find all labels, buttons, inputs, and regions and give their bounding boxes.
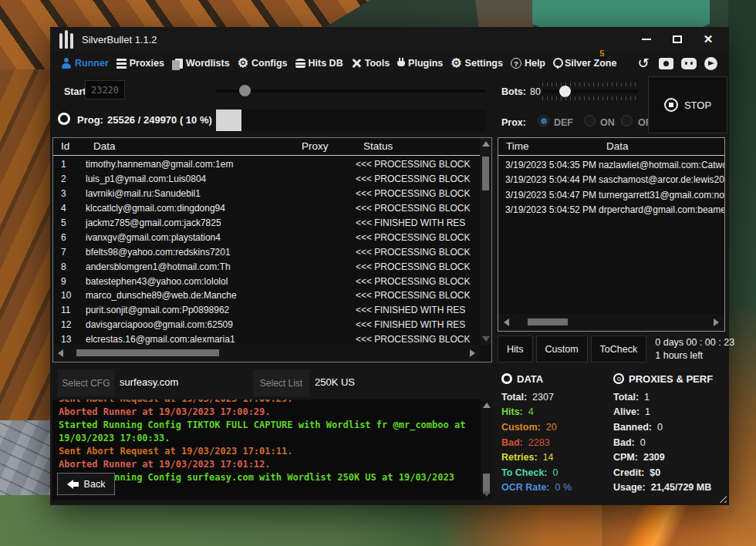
table-row[interactable]: 7bfelts98@yahoo.com:redskins7201<<< PROC… — [53, 244, 480, 259]
maximize-icon — [673, 35, 682, 43]
scrollbar-thumb[interactable] — [528, 318, 568, 325]
scroll-left-icon[interactable] — [58, 349, 63, 357]
cell-data: saschamost@arcor.de:lewis201 — [599, 174, 724, 185]
stat-bad: Bad:2283 — [501, 435, 611, 450]
cell-id: 9 — [53, 276, 86, 287]
start-slider[interactable] — [216, 89, 486, 93]
server-stack-icon — [116, 59, 127, 69]
start-input[interactable] — [85, 80, 125, 99]
vertical-scrollbar[interactable] — [480, 138, 491, 345]
nav-tab-tools[interactable]: Tools — [351, 58, 390, 69]
table-row[interactable]: 3/19/2023 5:04:52 PMdrperchard@gmail.com… — [498, 203, 724, 218]
scroll-left-icon[interactable] — [504, 318, 509, 326]
tab-hits[interactable]: Hits — [498, 335, 533, 362]
stop-label: STOP — [684, 99, 711, 111]
bots-label: Bots: — [501, 86, 526, 97]
ring-icon — [501, 373, 512, 384]
scroll-right-icon[interactable] — [714, 318, 719, 326]
stat-hits: Hits:4 — [501, 405, 611, 420]
log-lines: Sent Abort Request at 19/03/2023 17:00:2… — [59, 399, 475, 484]
slider-thumb[interactable] — [239, 85, 251, 96]
scrollbar-thumb[interactable] — [482, 157, 489, 190]
cell-status: <<< PROCESSING BLOCK — [356, 290, 480, 301]
cell-data: davisgarciapooo@gmail.com:62509 — [86, 319, 294, 330]
maximize-button[interactable] — [666, 31, 689, 48]
horizontal-scrollbar[interactable] — [498, 314, 724, 331]
minimize-button[interactable] — [635, 31, 658, 48]
nav-tab-settings[interactable]: Settings — [451, 57, 503, 69]
horizontal-scrollbar[interactable] — [53, 345, 480, 362]
documents-icon — [175, 59, 183, 69]
scrollbar-thumb[interactable] — [76, 349, 219, 356]
nav-label: Hits DB — [309, 58, 343, 69]
cell-id: 5 — [53, 217, 86, 228]
cell-id: 12 — [53, 319, 86, 330]
cell-status: <<< FINISHED WITH RES — [356, 217, 480, 228]
scroll-up-icon[interactable] — [482, 141, 490, 147]
title-bar[interactable]: SilverBullet 1.1.2 — [50, 27, 729, 52]
select-cfg-button[interactable]: Select CFG — [58, 369, 114, 396]
stats-title-label: DATA — [517, 373, 543, 385]
table-row[interactable]: 9batestephen43@yahoo.com:lololol<<< PROC… — [53, 274, 480, 288]
nav-tab-runner[interactable]: Runner — [61, 58, 109, 69]
table-row[interactable]: 3/19/2023 5:04:35 PMnazlawliet@hotmail.c… — [498, 157, 724, 173]
tab-tocheck[interactable]: ToCheck — [591, 335, 647, 362]
back-button[interactable]: Back — [57, 473, 115, 495]
background-left-strip — [0, 69, 51, 447]
table-row[interactable]: 3/19/2023 5:04:47 PMturnergarrett31@gmai… — [498, 187, 724, 203]
gear-icon — [238, 57, 248, 69]
slider-thumb[interactable] — [559, 86, 571, 97]
nav-tab-proxies[interactable]: Proxies — [116, 58, 164, 69]
cell-data: klccatlcly@gmail.com:dingdong94 — [86, 203, 294, 214]
nav-tab-silver-zone[interactable]: 5Silver Zone — [553, 58, 616, 69]
cell-status: <<< FINISHED WITH RES — [356, 305, 480, 315]
log-line: Aborted Runner at 19/03/2023 17:01:12. — [59, 458, 475, 471]
telegram-icon — [704, 57, 717, 70]
scroll-down-icon[interactable] — [482, 336, 490, 342]
table-row[interactable]: 4klccatlcly@gmail.com:dingdong94<<< PROC… — [53, 201, 480, 216]
history-button[interactable] — [635, 55, 652, 72]
cell-id: 10 — [53, 290, 86, 301]
vertical-scrollbar[interactable] — [481, 399, 492, 500]
log-line: Aborted Runner at 19/03/2023 17:00:29. — [59, 406, 475, 419]
prox-on-label: ON — [600, 117, 615, 128]
table-row[interactable]: 3/19/2023 5:04:44 PMsaschamost@arcor.de:… — [498, 173, 724, 188]
prox-radio-on[interactable] — [584, 115, 596, 126]
table-row[interactable]: 13elcrestas.16@gmail.com:alexmaria1<<< P… — [53, 332, 480, 345]
table-row[interactable]: 10marco_dunsche89@web.de:Manche<<< PROCE… — [53, 288, 480, 303]
nav-tab-hits-db[interactable]: Hits DB — [295, 58, 343, 69]
scroll-down-icon[interactable] — [483, 491, 491, 497]
screenshot-button[interactable] — [657, 55, 674, 72]
telegram-button[interactable] — [703, 55, 718, 72]
cell-status: <<< PROCESSING BLOCK — [356, 174, 480, 184]
scroll-right-icon[interactable] — [470, 349, 475, 357]
table-row[interactable]: 6ivanxgv@gmail.com:playstation4<<< PROCE… — [53, 230, 480, 244]
scroll-up-icon[interactable] — [483, 403, 491, 408]
table-row[interactable]: 8andersblomgren1@hotmail.com:Th<<< PROCE… — [53, 259, 480, 274]
help-circle-icon — [511, 58, 521, 69]
table-row[interactable]: 11purit.sonjit@gmail.com:Pp0898962<<< FI… — [53, 303, 480, 318]
table-row[interactable]: 3lavrniki@mail.ru:Sanudebil1<<< PROCESSI… — [53, 187, 480, 201]
prox-label: Prox: — [501, 117, 526, 128]
main-nav: Runner Proxies Wordlists Configs Hits DB… — [50, 52, 729, 75]
table-header: Time Data — [498, 138, 724, 156]
table-row[interactable]: 12davisgarciapooo@gmail.com:62509<<< FIN… — [53, 318, 480, 332]
bots-slider[interactable] — [542, 89, 638, 93]
stop-button[interactable]: STOP — [648, 76, 727, 133]
nav-tab-help[interactable]: Help — [511, 58, 545, 69]
col-time: Time — [506, 140, 529, 152]
proxy-stats-title: PROXIES & PERF — [613, 370, 727, 387]
nav-tab-configs[interactable]: Configs — [238, 57, 288, 69]
prox-radio-off[interactable] — [621, 115, 633, 126]
table-row[interactable]: 5jackmz785@gmail.com:jack7825<<< FINISHE… — [53, 216, 480, 231]
col-proxy: Proxy — [302, 140, 329, 152]
nav-tab-plugins[interactable]: Plugins — [397, 58, 443, 69]
close-button[interactable] — [697, 31, 720, 48]
nav-tab-wordlists[interactable]: Wordlists — [172, 58, 230, 69]
select-list-button[interactable]: Select List — [253, 369, 309, 396]
table-row[interactable]: 1timothy.hanneman@gmail.com:1em<<< PROCE… — [53, 157, 480, 172]
tab-custom[interactable]: Custom — [536, 335, 588, 362]
discord-button[interactable] — [680, 55, 697, 72]
table-row[interactable]: 2luis_p1@ymail.com:Luis0804<<< PROCESSIN… — [53, 172, 480, 187]
prox-radio-def[interactable] — [538, 115, 549, 126]
